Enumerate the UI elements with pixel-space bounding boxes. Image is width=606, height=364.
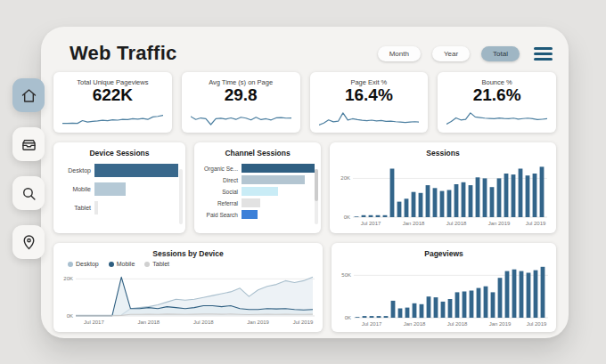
- svg-text:Jul 2017: Jul 2017: [362, 321, 382, 327]
- column-bar[interactable]: [398, 309, 403, 319]
- sparkline-chart: [62, 109, 163, 127]
- column-bar[interactable]: [540, 166, 545, 217]
- category-label: Desktop: [61, 167, 91, 174]
- hamburger-menu-icon[interactable]: [534, 47, 553, 61]
- column-bar[interactable]: [463, 292, 467, 319]
- column-bar[interactable]: [477, 288, 481, 318]
- column-bar[interactable]: [526, 175, 530, 217]
- column-bar[interactable]: [490, 187, 495, 217]
- year-button[interactable]: Year: [432, 46, 470, 61]
- bar-mobile[interactable]: [94, 182, 126, 196]
- column-bar[interactable]: [433, 188, 438, 217]
- column-bar[interactable]: [462, 182, 466, 217]
- column-bar[interactable]: [483, 178, 487, 217]
- bar-paid-search[interactable]: [242, 210, 258, 219]
- column-bar[interactable]: [470, 291, 474, 319]
- column-bar[interactable]: [520, 271, 524, 318]
- kpi-value: 16.4%: [345, 86, 393, 105]
- svg-text:Jan 2018: Jan 2018: [403, 221, 425, 226]
- column-bar[interactable]: [527, 273, 531, 319]
- bar-social[interactable]: [242, 187, 278, 196]
- bar-referral[interactable]: [242, 198, 260, 207]
- bar-track: [94, 201, 178, 214]
- svg-text:0K: 0K: [345, 315, 351, 320]
- column-bar[interactable]: [441, 302, 446, 318]
- column-bar[interactable]: [534, 271, 538, 318]
- column-bar[interactable]: [434, 297, 438, 318]
- column-bar[interactable]: [469, 185, 473, 217]
- column-bar[interactable]: [484, 287, 488, 318]
- bar-direct[interactable]: [242, 175, 305, 184]
- column-bar[interactable]: [498, 278, 503, 318]
- column-bar[interactable]: [384, 316, 389, 318]
- column-bar[interactable]: [512, 270, 517, 318]
- legend-dot: [68, 262, 73, 267]
- bar-track: [242, 175, 315, 184]
- sessions-by-device-legend: DesktopMobileTablet: [57, 258, 319, 267]
- total-button[interactable]: Total: [481, 46, 520, 61]
- column-bar[interactable]: [454, 184, 459, 217]
- column-bar[interactable]: [420, 304, 424, 318]
- column-bar[interactable]: [519, 169, 523, 218]
- column-bar[interactable]: [497, 178, 502, 217]
- header-controls: Month Year Total: [378, 46, 553, 61]
- home-icon: [20, 86, 38, 105]
- column-bar[interactable]: [369, 215, 373, 217]
- column-bar[interactable]: [448, 299, 453, 318]
- column-bar[interactable]: [377, 316, 381, 318]
- column-bar[interactable]: [512, 174, 516, 217]
- sidebar-item-home[interactable]: [12, 78, 45, 112]
- scrollbar[interactable]: [179, 169, 183, 224]
- channel-sessions-bars: Organic Se...DirectSocialReferralPaid Se…: [201, 164, 315, 219]
- column-bar[interactable]: [447, 190, 452, 218]
- scrollbar-thumb[interactable]: [315, 169, 318, 201]
- column-bar[interactable]: [397, 202, 402, 217]
- legend-dot: [144, 262, 150, 267]
- sidebar-item-location[interactable]: [12, 225, 45, 259]
- svg-text:Jul 2017: Jul 2017: [361, 221, 381, 226]
- legend-item-mobile[interactable]: Mobile: [109, 261, 135, 267]
- column-bar[interactable]: [455, 292, 460, 318]
- column-bar[interactable]: [405, 198, 409, 217]
- sidebar-item-drawer[interactable]: [12, 127, 45, 161]
- column-bar[interactable]: [533, 174, 537, 217]
- svg-text:Jan 2018: Jan 2018: [404, 321, 426, 327]
- svg-text:Jul 2019: Jul 2019: [527, 321, 547, 327]
- dashboard-panel: Web Traffic Month Year Total Total Uniqu…: [41, 27, 569, 338]
- column-bar[interactable]: [440, 191, 445, 217]
- column-bar[interactable]: [405, 308, 410, 318]
- column-bar[interactable]: [413, 303, 417, 318]
- svg-text:Jan 2019: Jan 2019: [247, 320, 269, 325]
- chart-title: Channel Sessions: [201, 142, 315, 158]
- column-bar[interactable]: [541, 267, 545, 318]
- bar-desktop[interactable]: [94, 164, 178, 177]
- bar-row: Desktop: [61, 164, 178, 177]
- column-bar[interactable]: [383, 215, 388, 217]
- column-bar[interactable]: [504, 174, 509, 217]
- column-bar[interactable]: [419, 193, 423, 217]
- sidebar-item-search[interactable]: [12, 176, 45, 210]
- pageviews-column-chart: 0K50KJul 2017Jan 2018Jul 2018Jan 2019Jul…: [339, 259, 549, 327]
- bar-organic-se-[interactable]: [242, 164, 315, 173]
- column-bar[interactable]: [363, 316, 367, 318]
- column-bar[interactable]: [427, 296, 431, 318]
- column-bar[interactable]: [362, 215, 366, 217]
- column-bar[interactable]: [376, 215, 381, 217]
- column-bar[interactable]: [356, 317, 360, 318]
- bar-tablet[interactable]: [94, 201, 98, 214]
- column-bar[interactable]: [426, 185, 430, 217]
- legend-item-tablet[interactable]: Tablet: [144, 261, 169, 267]
- column-bar[interactable]: [355, 216, 359, 217]
- column-bar[interactable]: [370, 316, 374, 318]
- month-button[interactable]: Month: [378, 46, 421, 61]
- column-bar[interactable]: [391, 301, 396, 318]
- column-bar[interactable]: [390, 169, 395, 218]
- column-bar[interactable]: [412, 192, 416, 217]
- sparkline-chart: [319, 109, 420, 127]
- column-bar[interactable]: [476, 177, 480, 217]
- column-bar[interactable]: [491, 292, 495, 318]
- legend-item-desktop[interactable]: Desktop: [68, 261, 99, 267]
- scrollbar[interactable]: [315, 169, 318, 224]
- column-bar[interactable]: [505, 271, 510, 318]
- legend-dot: [109, 262, 114, 267]
